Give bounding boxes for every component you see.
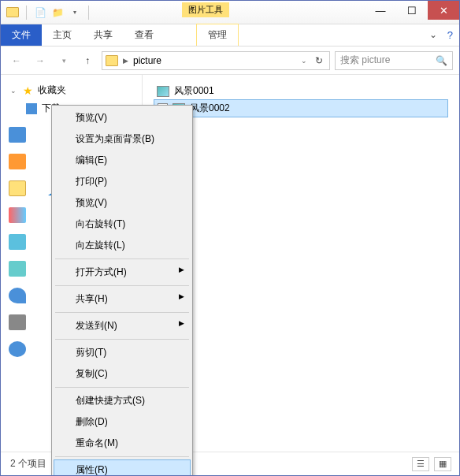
menu-item[interactable]: 删除(D) [54, 411, 191, 433]
menu-separator [55, 285, 189, 286]
folder-icon [106, 55, 118, 66]
menu-item[interactable]: 编辑(E) [54, 150, 191, 171]
menu-item[interactable]: 向右旋转(T) [54, 214, 191, 235]
library-icon[interactable] [9, 127, 26, 143]
divider [26, 6, 27, 20]
address-bar[interactable]: ▶ picture ⌄ ↻ [102, 51, 330, 70]
menu-item[interactable]: 打开方式(H)▶ [54, 262, 191, 283]
menu-item[interactable]: 预览(V) [54, 107, 191, 128]
menu-item[interactable]: 打印(P) [54, 171, 191, 192]
file-name: 风景0001 [174, 84, 214, 98]
divider [88, 6, 89, 20]
menu-separator [55, 456, 189, 457]
music-icon[interactable] [9, 288, 26, 303]
maximize-button[interactable]: ☐ [396, 1, 428, 20]
menu-separator [55, 339, 189, 340]
collapse-icon[interactable]: ⌄ [10, 87, 18, 95]
status-item-count: 2 个项目 [10, 457, 46, 470]
tab-manage[interactable]: 管理 [196, 24, 239, 46]
menu-item[interactable]: 创建快捷方式(S) [54, 390, 191, 411]
forward-button[interactable]: → [31, 51, 50, 70]
folder-icon[interactable] [6, 6, 20, 20]
app-icon[interactable] [9, 154, 26, 169]
ribbon-tabs: 文件 主页 共享 查看 管理 ⌄ ? [1, 24, 459, 46]
refresh-icon[interactable]: ↻ [312, 55, 326, 66]
submenu-arrow-icon: ▶ [179, 319, 184, 327]
menu-item[interactable]: 剪切(T) [54, 342, 191, 363]
pictures-icon[interactable] [9, 261, 26, 277]
tab-share[interactable]: 共享 [83, 24, 124, 46]
search-input[interactable]: 搜索 picture 🔍 [335, 51, 453, 70]
tab-file[interactable]: 文件 [1, 24, 42, 46]
menu-item[interactable]: 发送到(N)▶ [54, 315, 191, 337]
menu-item[interactable]: 预览(V) [54, 192, 191, 214]
desktop-icon[interactable] [9, 234, 26, 250]
qat-dropdown-icon[interactable]: ▾ [68, 6, 82, 20]
contextual-tab-header: 图片工具 [182, 2, 229, 17]
chevron-right-icon[interactable]: ▶ [123, 57, 128, 65]
help-icon[interactable]: ? [447, 29, 453, 41]
menu-separator [55, 387, 189, 388]
up-button[interactable]: ↑ [78, 51, 97, 70]
close-button[interactable]: ✕ [428, 1, 459, 20]
menu-item[interactable]: 向左旋转(L) [54, 235, 191, 256]
menu-item[interactable]: 共享(H)▶ [54, 288, 191, 310]
folder-icon[interactable] [9, 180, 26, 196]
titlebar: 📄 📁 ▾ 图片工具 — ☐ ✕ [1, 1, 459, 24]
submenu-arrow-icon: ▶ [179, 266, 184, 273]
ribbon-expand-icon[interactable]: ⌄ [429, 29, 437, 40]
download-icon [26, 103, 37, 114]
sidebar-item-favorites[interactable]: ⌄ ★ 收藏夹 [1, 81, 142, 99]
sidebar-item-label: 收藏夹 [38, 84, 66, 97]
network-icon[interactable] [9, 341, 26, 357]
computer-icon[interactable] [9, 314, 26, 330]
menu-separator [55, 312, 189, 313]
context-menu: 预览(V)设置为桌面背景(B)编辑(E)打印(P)预览(V)向右旋转(T)向左旋… [51, 105, 193, 476]
file-item[interactable]: 风景0001 [154, 83, 448, 99]
sidebar-icons-strip [9, 127, 26, 357]
tools-label: 图片工具 [182, 2, 229, 17]
menu-item[interactable]: 设置为桌面背景(B) [54, 128, 191, 150]
quick-access-toolbar: 📄 📁 ▾ [1, 6, 97, 20]
menu-item[interactable]: 属性(R) [54, 459, 191, 476]
search-icon: 🔍 [436, 55, 447, 66]
breadcrumb[interactable]: picture [133, 55, 161, 66]
menu-separator [55, 258, 189, 259]
address-dropdown-icon[interactable]: ⌄ [301, 57, 307, 65]
back-button[interactable]: ← [7, 51, 26, 70]
star-icon: ★ [23, 84, 33, 97]
file-item[interactable]: ✓ 风景0002 [154, 99, 448, 117]
menu-item[interactable]: 复制(C) [54, 363, 191, 385]
menu-item[interactable]: 重命名(M) [54, 433, 191, 454]
properties-icon[interactable]: 📄 [33, 6, 47, 20]
tab-home[interactable]: 主页 [42, 24, 83, 46]
tab-view[interactable]: 查看 [124, 24, 165, 46]
image-icon [157, 86, 169, 97]
navigation-bar: ← → ▾ ↑ ▶ picture ⌄ ↻ 搜索 picture 🔍 [1, 46, 459, 75]
view-details-button[interactable]: ☰ [412, 457, 429, 471]
search-placeholder: 搜索 picture [340, 54, 390, 67]
window-controls: — ☐ ✕ [365, 1, 459, 20]
new-folder-icon[interactable]: 📁 [50, 6, 65, 20]
file-name: 风景0002 [190, 102, 230, 115]
minimize-button[interactable]: — [365, 1, 396, 20]
submenu-arrow-icon: ▶ [179, 292, 184, 300]
history-dropdown-icon[interactable]: ▾ [54, 51, 73, 70]
view-icons-button[interactable]: ▦ [434, 457, 451, 471]
video-icon[interactable] [9, 207, 26, 223]
